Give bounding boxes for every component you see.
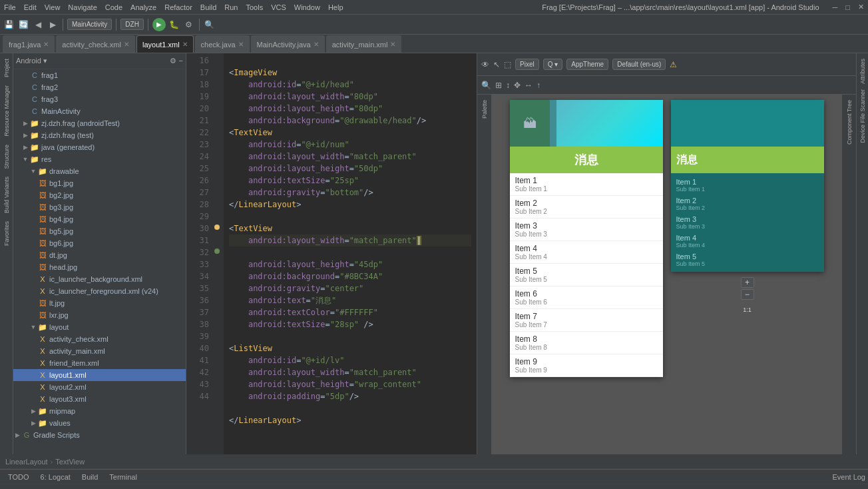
bottom-tab-todo[interactable]: TODO xyxy=(3,472,35,482)
toolbar-icon-search[interactable]: 🔍 xyxy=(204,19,216,31)
tree-item-ic-bg[interactable]: X ic_launcher_background.xml xyxy=(13,273,186,285)
menu-view[interactable]: View xyxy=(45,3,61,11)
toolbar-icon-forward[interactable]: ▶ xyxy=(47,19,59,31)
warning-icon[interactable]: ⚠ xyxy=(670,60,677,69)
code-area[interactable]: 1617181920 2122232425 2627282930 3132333… xyxy=(186,53,477,454)
locale-dropdown[interactable]: Default (en-us) xyxy=(612,59,666,70)
tree-item-layout3[interactable]: X layout3.xml xyxy=(13,393,186,405)
tree-item-layout2[interactable]: X layout2.xml xyxy=(13,381,186,393)
menu-file[interactable]: File xyxy=(4,3,16,11)
right-tab-attributes[interactable]: Attributes xyxy=(858,56,867,87)
code-editor[interactable]: 1617181920 2122232425 2627282930 3132333… xyxy=(186,53,477,454)
breadcrumb-textview[interactable]: TextView xyxy=(55,458,85,466)
close-btn[interactable]: ✕ xyxy=(858,3,864,11)
maximize-btn[interactable]: □ xyxy=(845,3,850,11)
tree-item-layout-folder[interactable]: ▼ 📁 layout xyxy=(13,321,186,333)
design-icon-grid[interactable]: ⊞ xyxy=(495,81,502,90)
tree-item-gradle[interactable]: ▶ G Gradle Scripts xyxy=(13,429,186,441)
tree-item-bg3[interactable]: 🖼 bg3.jpg xyxy=(13,201,186,213)
tree-item-bg6[interactable]: 🖼 bg6.jpg xyxy=(13,237,186,249)
design-icon-cursor[interactable]: ↖ xyxy=(493,60,500,69)
menu-analyze[interactable]: Analyze xyxy=(130,3,156,11)
left-tab-resource[interactable]: Resource Manager xyxy=(2,83,11,139)
tree-item-test[interactable]: ▶ 📁 zj.dzh.frag (test) xyxy=(13,129,186,141)
tree-item-frag1[interactable]: C frag1 xyxy=(13,69,186,81)
bottom-tab-terminal[interactable]: Terminal xyxy=(104,472,142,482)
tab-layout1[interactable]: layout1.xml ✕ xyxy=(136,35,194,53)
tree-item-friend[interactable]: X friend_item.xml xyxy=(13,357,186,369)
menu-tools[interactable]: Tools xyxy=(246,3,263,11)
left-tab-variants[interactable]: Build Variants xyxy=(2,174,11,216)
tree-item-dt[interactable]: 🖼 dt.jpg xyxy=(13,249,186,261)
menu-edit[interactable]: Edit xyxy=(24,3,37,11)
menu-build[interactable]: Build xyxy=(200,3,216,11)
zoom-in-btn[interactable]: + xyxy=(741,277,754,288)
tree-item-bg2[interactable]: 🖼 bg2.jpg xyxy=(13,189,186,201)
toolbar-icon-debug[interactable]: 🐛 xyxy=(168,19,180,31)
zoom-out-btn[interactable]: − xyxy=(741,289,754,300)
breadcrumb-linearlayout[interactable]: LinearLayout xyxy=(5,458,48,466)
tree-item-layout1[interactable]: X layout1.xml xyxy=(13,369,186,381)
tab-mainactivity-close[interactable]: ✕ xyxy=(314,41,319,48)
tab-check-java[interactable]: check.java ✕ xyxy=(195,35,250,53)
tab-layout1-close[interactable]: ✕ xyxy=(182,41,188,48)
run-button[interactable]: ▶ xyxy=(152,18,166,31)
tree-item-ic-fg[interactable]: X ic_launcher_foreground.xml (v24) xyxy=(13,285,186,297)
tree-item-frag2[interactable]: C frag2 xyxy=(13,81,186,93)
minimize-btn[interactable]: ─ xyxy=(833,3,838,11)
code-content[interactable]: <ImageView android:id="@+id/head" androi… xyxy=(224,53,477,454)
tab-mainactivity[interactable]: MainActivity.java ✕ xyxy=(251,35,325,53)
branch-dropdown[interactable]: DZH xyxy=(120,19,144,30)
menu-window[interactable]: Window xyxy=(294,3,320,11)
menu-vcs[interactable]: VCS xyxy=(271,3,286,11)
tree-item-lxr[interactable]: 🖼 lxr.jpg xyxy=(13,309,186,321)
sidebar-icon-hide[interactable]: − xyxy=(179,57,183,65)
tree-item-mainactivity[interactable]: C MainActivity xyxy=(13,105,186,117)
toolbar-icon-save[interactable]: 💾 xyxy=(3,19,15,31)
sidebar-icon-config[interactable]: ⚙ xyxy=(170,57,176,65)
design-icon-select[interactable]: ⬚ xyxy=(504,60,511,69)
design-icon-move[interactable]: ↕ xyxy=(506,81,510,90)
tab-activity-main[interactable]: activity_main.xml ✕ xyxy=(326,35,402,53)
left-tab-favorites[interactable]: Favorites xyxy=(2,219,11,248)
tree-item-androidtest[interactable]: ▶ 📁 zj.dzh.frag (androidTest) xyxy=(13,117,186,129)
design-icon-zoom[interactable]: 🔍 xyxy=(481,81,491,90)
bottom-tab-logcat[interactable]: 6: Logcat xyxy=(35,472,76,482)
q-dropdown[interactable]: Q ▾ xyxy=(543,59,563,70)
project-dropdown[interactable]: MainActivity xyxy=(67,19,112,30)
tab-frag1-close[interactable]: ✕ xyxy=(43,41,49,48)
toolbar-icon-sync[interactable]: 🔄 xyxy=(17,19,29,31)
design-icon-up[interactable]: ↑ xyxy=(537,81,541,90)
tab-activity-check[interactable]: activity_check.xml ✕ xyxy=(56,35,135,53)
design-icon-eye[interactable]: 👁 xyxy=(481,60,489,69)
apptheme-dropdown[interactable]: AppTheme xyxy=(566,59,608,70)
menu-run[interactable]: Run xyxy=(224,3,238,11)
toolbar-icon-more[interactable]: ⚙ xyxy=(183,19,195,31)
tab-frag1[interactable]: frag1.java ✕ xyxy=(3,35,55,53)
pixel-dropdown[interactable]: Pixel xyxy=(515,59,539,70)
menu-help[interactable]: Help xyxy=(328,3,343,11)
tree-item-values[interactable]: ▶ 📁 values xyxy=(13,417,186,429)
tab-activity-check-close[interactable]: ✕ xyxy=(124,41,129,48)
tree-item-bg1[interactable]: 🖼 bg1.jpg xyxy=(13,177,186,189)
toolbar-icon-back[interactable]: ◀ xyxy=(32,19,44,31)
tree-item-res[interactable]: ▼ 📁 res xyxy=(13,153,186,165)
tree-item-activity-main-xml[interactable]: X activity_main.xml xyxy=(13,345,186,357)
design-icon-pan[interactable]: ✥ xyxy=(514,81,521,90)
design-icon-resize[interactable]: ↔ xyxy=(525,81,533,90)
event-log-btn[interactable]: Event Log xyxy=(832,473,865,481)
tree-item-activity-check[interactable]: X activity_check.xml xyxy=(13,333,186,345)
menu-navigate[interactable]: Navigate xyxy=(68,3,97,11)
tree-item-mipmap[interactable]: ▶ 📁 mipmap xyxy=(13,405,186,417)
menu-refactor[interactable]: Refactor xyxy=(164,3,192,11)
tree-item-drawable[interactable]: ▼ 📁 drawable xyxy=(13,165,186,177)
left-tab-project[interactable]: Project xyxy=(2,56,11,80)
tree-item-lt[interactable]: 🖼 lt.jpg xyxy=(13,297,186,309)
right-tab-device-file[interactable]: Device File Scanner xyxy=(858,87,867,146)
tree-item-java-gen[interactable]: ▶ 📁 java (generated) xyxy=(13,141,186,153)
tab-check-java-close[interactable]: ✕ xyxy=(238,41,244,48)
tree-item-bg5[interactable]: 🖼 bg5.jpg xyxy=(13,225,186,237)
tree-item-bg4[interactable]: 🖼 bg4.jpg xyxy=(13,213,186,225)
bottom-tab-build[interactable]: Build xyxy=(77,472,103,482)
tree-item-head[interactable]: 🖼 head.jpg xyxy=(13,261,186,273)
